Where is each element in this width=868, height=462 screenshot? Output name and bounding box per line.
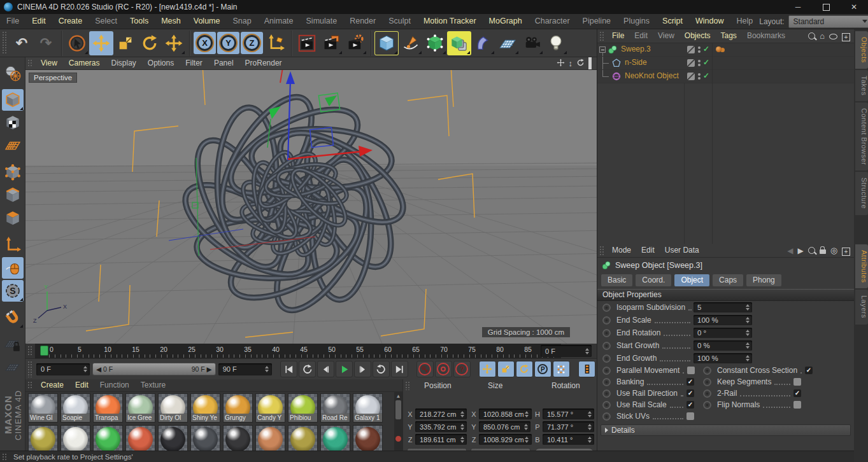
deformers-button[interactable] xyxy=(471,31,495,55)
step-back-button[interactable] xyxy=(317,361,334,377)
play-forward-button[interactable] xyxy=(336,361,353,377)
visibility-toggle[interactable] xyxy=(687,73,695,80)
panel-grip[interactable] xyxy=(27,346,33,356)
keyframe-circle-icon[interactable] xyxy=(602,354,611,363)
enabled-check-icon[interactable]: ✓ xyxy=(703,58,709,67)
scale-button[interactable] xyxy=(113,31,138,55)
add-cube-button[interactable] xyxy=(374,31,399,55)
material-tile[interactable]: Ice Gree xyxy=(125,393,155,423)
material-tile[interactable]: Galaxy 1 xyxy=(353,393,383,423)
menu-render[interactable]: Render xyxy=(343,14,382,29)
history-back-icon[interactable]: ◀ xyxy=(787,246,793,255)
model-mode-button[interactable] xyxy=(2,89,24,111)
object-row-neoknot-object[interactable]: NeoKnot Object✓ xyxy=(597,70,854,83)
viewport-menu-panel[interactable]: Panel xyxy=(208,57,239,69)
property-field[interactable]: 100 % xyxy=(694,353,752,363)
spinner-arrows[interactable] xyxy=(587,437,592,443)
menu-mesh[interactable]: Mesh xyxy=(155,14,187,29)
live-selection-button[interactable] xyxy=(65,31,89,55)
step-forward-button[interactable] xyxy=(354,361,371,377)
material-menu-edit[interactable]: Edit xyxy=(69,379,94,391)
environment-button[interactable] xyxy=(495,31,520,55)
viewport-menu-view[interactable]: View xyxy=(35,57,63,69)
lock-workplane-button[interactable] xyxy=(2,333,24,355)
material-tile[interactable] xyxy=(255,425,285,451)
menu-script[interactable]: Script xyxy=(656,14,689,29)
keyframe-circle-icon[interactable] xyxy=(602,401,611,409)
goto-start-button[interactable] xyxy=(280,361,297,377)
tweak-mode-button[interactable] xyxy=(2,257,24,279)
panel-tab-structure[interactable]: Structure xyxy=(855,172,868,214)
checkbox[interactable]: ✓ xyxy=(793,389,801,397)
material-tile[interactable] xyxy=(223,425,253,451)
close-icon[interactable]: ✕ xyxy=(840,0,868,14)
editor-render-dots[interactable] xyxy=(698,46,701,54)
spinner-arrows[interactable] xyxy=(744,317,750,323)
spinner-arrows[interactable] xyxy=(744,304,750,311)
tree-expander[interactable] xyxy=(599,46,606,53)
play-reverse-button[interactable] xyxy=(299,361,316,377)
spinner-arrows[interactable] xyxy=(744,330,750,336)
viewport-canvas[interactable]: Perspective xyxy=(25,70,597,344)
tab-caps[interactable]: Caps xyxy=(712,274,744,287)
rotate-button[interactable] xyxy=(138,31,162,55)
viewport-menu-filter[interactable]: Filter xyxy=(180,57,208,69)
coord-field-rotation-h[interactable]: 15.577 ° xyxy=(543,409,594,419)
material-tile[interactable] xyxy=(353,425,383,451)
autokeying-button[interactable] xyxy=(435,361,452,377)
panel-grip[interactable] xyxy=(2,31,8,55)
om-menu-objects[interactable]: Objects xyxy=(679,29,716,43)
spinner-arrows[interactable] xyxy=(459,437,465,443)
spinner-arrows[interactable] xyxy=(744,355,750,361)
add-icon[interactable]: + xyxy=(842,245,850,256)
render-view-button[interactable] xyxy=(295,31,319,55)
panel-grip[interactable] xyxy=(27,381,33,389)
menu-motion-tracker[interactable]: Motion Tracker xyxy=(417,14,483,29)
checkbox[interactable]: ✓ xyxy=(687,378,694,386)
pan-icon[interactable] xyxy=(557,58,565,69)
points-mode-button[interactable] xyxy=(2,162,24,183)
end-frame-field[interactable]: 90 F xyxy=(218,363,272,375)
lock-icon[interactable] xyxy=(820,245,826,256)
filter-icon[interactable] xyxy=(829,31,837,42)
checkbox[interactable] xyxy=(793,378,801,386)
details-toggle[interactable]: Details xyxy=(601,424,851,436)
texture-mode-button[interactable] xyxy=(2,112,24,134)
material-scrollbar[interactable]: ▲ xyxy=(394,392,402,451)
light-button[interactable] xyxy=(544,31,568,55)
material-tile[interactable]: Candy Y xyxy=(255,393,285,423)
scroll-up-icon[interactable]: ▲ xyxy=(394,392,402,400)
spinner-arrows[interactable] xyxy=(524,411,530,417)
keyframe-circle-icon[interactable] xyxy=(602,304,611,312)
keyframe-circle-icon[interactable] xyxy=(602,329,611,337)
panel-grip[interactable] xyxy=(599,246,605,255)
home-icon[interactable]: ⌂ xyxy=(820,32,825,40)
goto-end-button[interactable] xyxy=(391,361,408,377)
menu-help[interactable]: Help xyxy=(730,14,759,29)
spinner-arrows[interactable] xyxy=(459,411,465,417)
material-tile[interactable]: Soapie xyxy=(60,393,90,423)
menu-simulate[interactable]: Simulate xyxy=(300,14,344,29)
subdivision-surface-button[interactable] xyxy=(423,31,447,55)
keyframe-circle-icon[interactable] xyxy=(602,367,611,375)
coord-field-position-z[interactable]: 189.611 cm xyxy=(415,434,467,445)
keyframe-circle-icon[interactable] xyxy=(602,342,611,350)
keyframe-pla-button[interactable] xyxy=(553,361,570,377)
scroll-knob[interactable] xyxy=(395,436,401,442)
om-menu-bookmarks[interactable]: Bookmarks xyxy=(742,29,790,43)
coord-field-size-y[interactable]: 850.076 cm xyxy=(479,421,530,432)
menu-tools[interactable]: Tools xyxy=(124,14,155,29)
material-tile[interactable]: Shiny Ye xyxy=(190,393,220,423)
editor-render-dots[interactable] xyxy=(698,60,701,67)
menu-window[interactable]: Window xyxy=(689,14,730,29)
menu-volume[interactable]: Volume xyxy=(187,14,227,29)
coord-field-size-x[interactable]: 1020.858 cm xyxy=(479,409,532,419)
axis-mode-button[interactable] xyxy=(2,234,24,256)
checkbox[interactable] xyxy=(687,367,695,374)
generators-button[interactable] xyxy=(447,31,471,55)
record-key-button[interactable] xyxy=(416,361,434,377)
panel-grip[interactable] xyxy=(27,361,33,377)
editor-render-dots[interactable] xyxy=(698,73,701,81)
orbit-icon[interactable] xyxy=(576,58,585,69)
undo-button[interactable]: ↶ xyxy=(10,31,34,55)
